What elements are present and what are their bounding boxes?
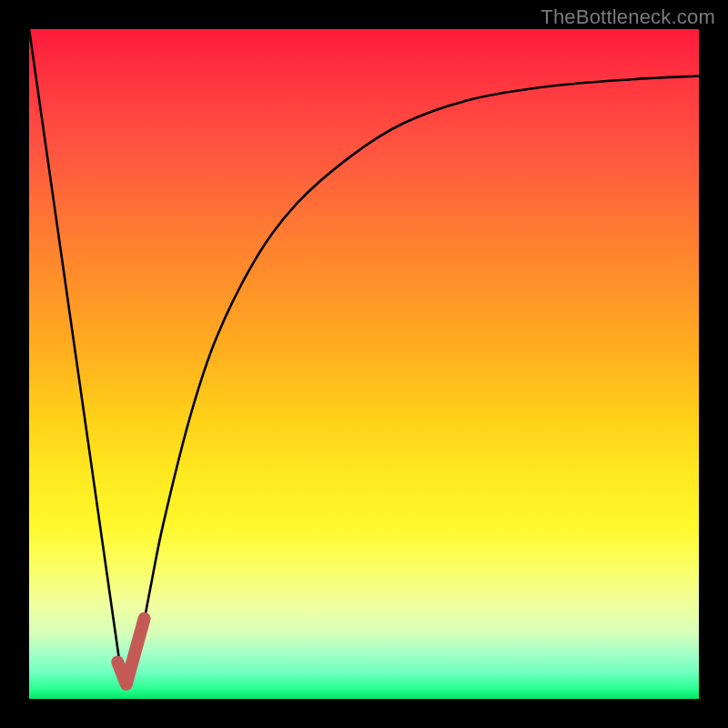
highlight-marker (117, 619, 144, 684)
chart-svg (29, 29, 699, 699)
chart-frame: TheBottleneck.com (0, 0, 728, 728)
plot-area (29, 29, 699, 699)
watermark-text: TheBottleneck.com (541, 5, 715, 29)
bottleneck-curve (29, 29, 699, 685)
